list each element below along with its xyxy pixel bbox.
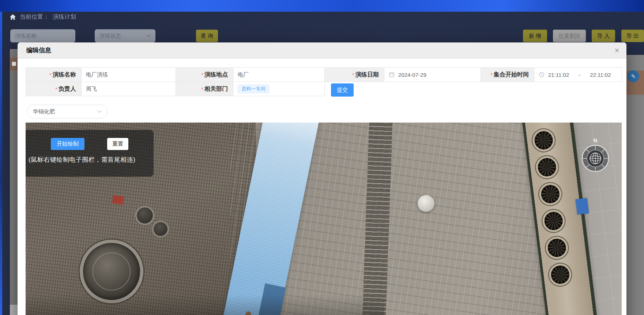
left-edge-strip — [0, 12, 2, 315]
draw-control-panel: 开始绘制 重置 (鼠标右键绘制电子围栏，需首尾相连) — [26, 130, 154, 177]
required-mark: * — [201, 72, 203, 78]
background-footer-fragment-left — [10, 305, 18, 315]
calendar-icon — [389, 72, 395, 78]
drill-name-filter-input[interactable]: 演练名称 — [10, 29, 75, 42]
time-separator: - — [579, 72, 580, 78]
modal-header: 编辑信息 × — [18, 42, 626, 59]
assembly-time-range-picker[interactable]: 21:11:02 - 22:11:02 — [534, 68, 622, 82]
export-button[interactable]: 导 出 — [621, 30, 644, 42]
background-table-left-fragment — [10, 49, 18, 305]
drill-location-label: * 演练地点 — [176, 68, 233, 82]
drill-status-placeholder: 演练状态 — [99, 33, 121, 40]
leader-label: * 负责人 — [26, 82, 82, 96]
drill-name-label: * 演练名称 — [26, 68, 82, 82]
assembly-time-label: * 集合开始时间 — [481, 68, 534, 82]
chevron-down-icon — [97, 110, 102, 113]
submit-button[interactable]: 提交 — [331, 83, 354, 97]
breadcrumb-current: 演练计划 — [53, 13, 76, 21]
top-gradient-band — [0, 0, 644, 12]
required-mark: * — [55, 86, 57, 92]
edit-info-modal: 编辑信息 × * 演练名称 电厂演练 * 演练地点 电厂 * 演练日期 — [18, 42, 626, 315]
drill-date-picker[interactable]: 2024-07-29 — [384, 68, 481, 82]
company-select[interactable]: 华锦化肥 — [27, 105, 108, 119]
required-mark: * — [490, 72, 493, 78]
drill-name-input[interactable]: 电厂演练 — [82, 68, 176, 82]
departments-label: * 相关部门 — [176, 82, 233, 96]
pencil-icon: ✎ — [631, 73, 636, 80]
add-button[interactable]: 新 增 — [523, 30, 547, 42]
clock-icon — [539, 72, 545, 78]
breadcrumb-prefix: 当前位置： — [20, 13, 49, 21]
compass-control[interactable]: N — [580, 136, 611, 175]
required-mark: * — [201, 86, 203, 92]
required-mark: * — [352, 72, 354, 78]
reset-draw-button[interactable]: 重置 — [107, 138, 128, 150]
table-empty-region — [325, 82, 622, 96]
drill-form-table: * 演练名称 电厂演练 * 演练地点 电厂 * 演练日期 2024-07- — [26, 67, 622, 96]
import-button[interactable]: 导 入 — [592, 30, 615, 42]
drill-name-placeholder: 演练名称 — [15, 33, 37, 40]
drill-status-select[interactable]: 演练状态 — [95, 29, 155, 42]
drill-date-label: * 演练日期 — [325, 68, 384, 82]
draw-hint-text: (鼠标右键绘制电子围栏，需首尾相连) — [29, 155, 154, 164]
required-mark: * — [49, 72, 52, 78]
row-checkbox-fragment[interactable] — [12, 62, 16, 66]
map-aerial-photo[interactable]: 开始绘制 重置 (鼠标右键绘制电子围栏，需首尾相连) N — [26, 123, 622, 315]
close-icon[interactable]: × — [612, 45, 622, 56]
compass-n-label: N — [594, 137, 598, 143]
app-window: 当前位置： 演练计划 演练名称 演练状态 查 询 新 增 批量删除 导 入 导 … — [0, 0, 644, 315]
department-tag: 原料一车间 — [238, 85, 270, 93]
batch-delete-button[interactable]: 批量删除 — [553, 30, 586, 42]
drill-location-input[interactable]: 电厂 — [233, 68, 325, 82]
chevron-down-icon — [146, 34, 151, 37]
leader-input[interactable]: 周飞 — [82, 82, 176, 96]
home-icon — [10, 14, 16, 20]
modal-title: 编辑信息 — [26, 46, 51, 55]
globe-icon — [590, 153, 601, 164]
start-draw-button[interactable]: 开始绘制 — [51, 138, 84, 150]
time-end: 22:11:02 — [590, 72, 611, 78]
search-button[interactable]: 查 询 — [196, 30, 218, 42]
departments-multiselect[interactable]: 原料一车间 — [233, 82, 325, 96]
row-edit-button-fragment[interactable]: ✎ — [627, 70, 639, 82]
time-start: 21:11:02 — [548, 72, 569, 78]
breadcrumb: 当前位置： 演练计划 — [10, 13, 76, 21]
